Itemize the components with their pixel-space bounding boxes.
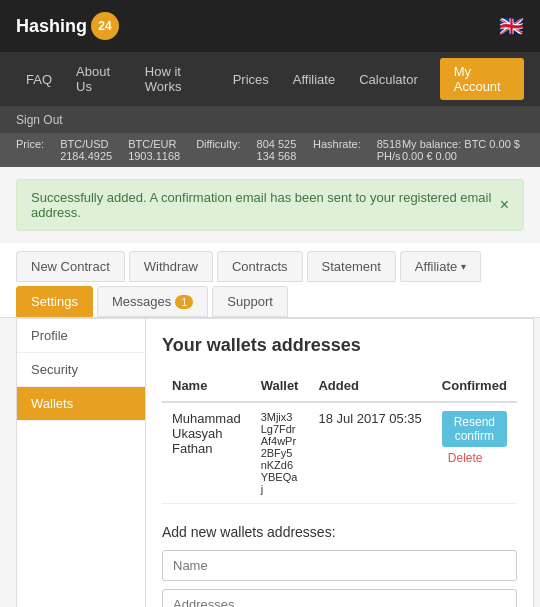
settings-main-content: Your wallets addresses Name Wallet Added… xyxy=(146,318,534,607)
logo-text: Hashing xyxy=(16,16,87,37)
difficulty-label: Difficulty: xyxy=(196,138,240,162)
tab-messages[interactable]: Messages1 xyxy=(97,286,208,317)
sidebar-item-security[interactable]: Security xyxy=(17,353,145,387)
btc-usd: BTC/USD 2184.4925 xyxy=(60,138,112,162)
header: Hashing 24 🇬🇧 xyxy=(0,0,540,52)
sidebar-item-profile[interactable]: Profile xyxy=(17,319,145,353)
hashrate-label: Hashrate: xyxy=(313,138,361,162)
tab-settings[interactable]: Settings xyxy=(16,286,93,317)
col-header-name: Name xyxy=(162,370,251,402)
nav-prices[interactable]: Prices xyxy=(223,60,279,99)
sign-out-bar: Sign Out xyxy=(0,106,540,133)
nav-how-it-works[interactable]: How it Works xyxy=(135,52,219,106)
tab-navigation: New Contract Withdraw Contracts Statemen… xyxy=(0,243,540,318)
difficulty-value: 804 525 134 568 xyxy=(257,138,297,162)
nav-calculator[interactable]: Calculator xyxy=(349,60,428,99)
stats-bar: Price: BTC/USD 2184.4925 BTC/EUR 1903.11… xyxy=(0,133,540,167)
nav-about-us[interactable]: About Us xyxy=(66,52,131,106)
nav-affiliate[interactable]: Affiliate xyxy=(283,60,345,99)
wallet-name-input[interactable] xyxy=(162,550,517,581)
col-header-confirmed: Confirmed xyxy=(432,370,517,402)
wallets-table: Name Wallet Added Confirmed Muhammad Uka… xyxy=(162,370,517,504)
wallets-table-body: Muhammad Ukasyah Fathan 3Mjix3Lg7FdrAf4w… xyxy=(162,402,517,504)
wallet-row-confirmed: Resend confirm Delete xyxy=(432,402,517,504)
sidebar-item-wallets[interactable]: Wallets xyxy=(17,387,145,421)
tab-new-contract[interactable]: New Contract xyxy=(16,251,125,282)
wallets-table-header: Name Wallet Added Confirmed xyxy=(162,370,517,402)
wallets-title: Your wallets addresses xyxy=(162,335,517,356)
delete-wallet-button[interactable]: Delete xyxy=(442,447,489,469)
nav-my-account[interactable]: My Account xyxy=(440,58,524,100)
wallet-row-address: 3Mjix3Lg7FdrAf4wPr2BFy5nKZd6YBEQaj xyxy=(251,402,309,504)
alert-close-button[interactable]: × xyxy=(500,196,509,214)
tab-support[interactable]: Support xyxy=(212,286,288,317)
wallet-row-added: 18 Jul 2017 05:35 xyxy=(308,402,431,504)
eur-balance: € 0.00 xyxy=(426,150,457,162)
success-alert: Successfully added. A confirmation email… xyxy=(16,179,524,231)
messages-badge: 1 xyxy=(175,295,193,309)
logo: Hashing 24 xyxy=(16,12,119,40)
stats-left: Price: BTC/USD 2184.4925 BTC/EUR 1903.11… xyxy=(16,138,402,162)
tab-affiliate[interactable]: Affiliate ▾ xyxy=(400,251,481,282)
balance: My balance: BTC 0.00 $ 0.00 € 0.00 xyxy=(402,138,524,162)
language-flag[interactable]: 🇬🇧 xyxy=(499,14,524,38)
wallet-address-input[interactable] xyxy=(162,589,517,607)
settings-layout: Profile Security Wallets Your wallets ad… xyxy=(16,318,524,607)
wallet-row: Muhammad Ukasyah Fathan 3Mjix3Lg7FdrAf4w… xyxy=(162,402,517,504)
resend-confirm-button[interactable]: Resend confirm xyxy=(442,411,507,447)
col-header-added: Added xyxy=(308,370,431,402)
main-nav: FAQ About Us How it Works Prices Affilia… xyxy=(0,52,540,106)
btc-balance: BTC 0.00 xyxy=(464,138,510,150)
hashrate-value: 8518 PH/s xyxy=(377,138,402,162)
tab-withdraw[interactable]: Withdraw xyxy=(129,251,213,282)
tab-statement[interactable]: Statement xyxy=(307,251,396,282)
settings-sidebar: Profile Security Wallets xyxy=(16,318,146,607)
col-header-wallet: Wallet xyxy=(251,370,309,402)
nav-faq[interactable]: FAQ xyxy=(16,60,62,99)
balance-label: My balance: xyxy=(402,138,461,150)
price-label: Price: xyxy=(16,138,44,162)
btc-eur: BTC/EUR 1903.1168 xyxy=(128,138,180,162)
logo-icon: 24 xyxy=(91,12,119,40)
affiliate-dropdown-arrow: ▾ xyxy=(461,261,466,272)
alert-message: Successfully added. A confirmation email… xyxy=(31,190,500,220)
wallet-row-name: Muhammad Ukasyah Fathan xyxy=(162,402,251,504)
tab-contracts[interactable]: Contracts xyxy=(217,251,303,282)
sign-out-link[interactable]: Sign Out xyxy=(16,113,63,127)
add-wallet-title: Add new wallets addresses: xyxy=(162,524,517,540)
